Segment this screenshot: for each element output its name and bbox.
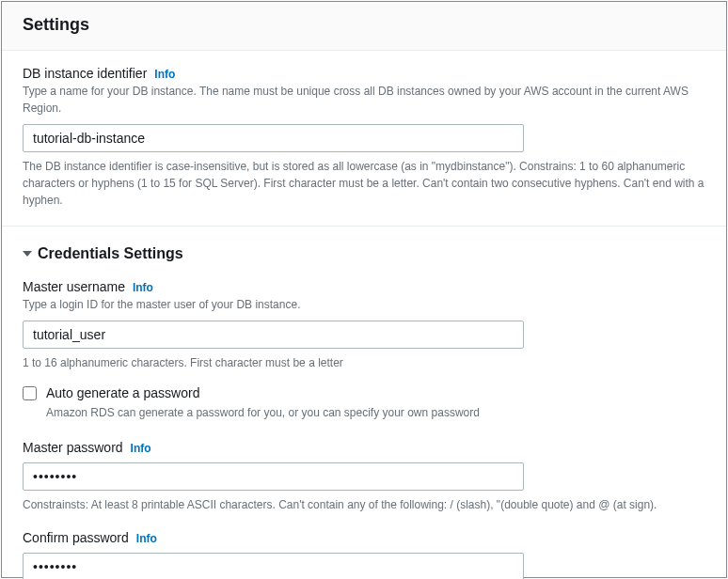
auto-generate-label: Auto generate a password xyxy=(46,384,480,403)
master-username-description: Type a login ID for the master user of y… xyxy=(23,296,705,313)
confirm-password-group: Confirm password Info xyxy=(23,530,705,579)
master-username-group: Master username Info Type a login ID for… xyxy=(23,279,705,421)
db-identifier-group: DB instance identifier Info Type a name … xyxy=(23,66,705,209)
auto-generate-checkbox[interactable] xyxy=(23,386,37,400)
db-identifier-description: Type a name for your DB instance. The na… xyxy=(23,83,705,117)
confirm-password-label-row: Confirm password Info xyxy=(23,530,705,545)
panel-body: DB instance identifier Info Type a name … xyxy=(2,51,726,579)
credentials-section-header[interactable]: Credentials Settings xyxy=(23,245,705,262)
master-password-info-link[interactable]: Info xyxy=(131,442,151,455)
master-username-constraint: 1 to 16 alphanumeric characters. First c… xyxy=(23,354,705,371)
master-password-group: Master password Info Constrainsts: At le… xyxy=(23,440,705,513)
db-identifier-constraint: The DB instance identifier is case-insen… xyxy=(23,158,705,209)
credentials-section-title: Credentials Settings xyxy=(38,245,183,262)
master-password-label: Master password xyxy=(23,440,123,455)
panel-title: Settings xyxy=(23,15,705,35)
caret-down-icon xyxy=(23,251,32,257)
confirm-password-label: Confirm password xyxy=(23,530,129,545)
confirm-password-info-link[interactable]: Info xyxy=(136,532,157,545)
master-username-label-row: Master username Info xyxy=(23,279,705,294)
master-username-input[interactable] xyxy=(23,321,524,349)
master-password-input[interactable] xyxy=(23,462,524,491)
auto-generate-text: Auto generate a password Amazon RDS can … xyxy=(46,384,480,421)
auto-generate-row: Auto generate a password Amazon RDS can … xyxy=(23,384,705,421)
auto-generate-description: Amazon RDS can generate a password for y… xyxy=(46,404,480,421)
db-identifier-label-row: DB instance identifier Info xyxy=(23,66,705,81)
section-divider xyxy=(2,226,726,227)
master-username-info-link[interactable]: Info xyxy=(133,281,153,294)
master-username-label: Master username xyxy=(23,279,125,294)
master-password-label-row: Master password Info xyxy=(23,440,705,455)
master-password-constraint: Constrainsts: At least 8 printable ASCII… xyxy=(23,496,705,513)
panel-header: Settings xyxy=(2,2,726,51)
db-identifier-info-link[interactable]: Info xyxy=(154,68,175,81)
confirm-password-input[interactable] xyxy=(23,553,524,579)
settings-panel: Settings DB instance identifier Info Typ… xyxy=(1,1,727,578)
db-identifier-input[interactable] xyxy=(23,124,524,152)
db-identifier-label: DB instance identifier xyxy=(23,66,147,81)
